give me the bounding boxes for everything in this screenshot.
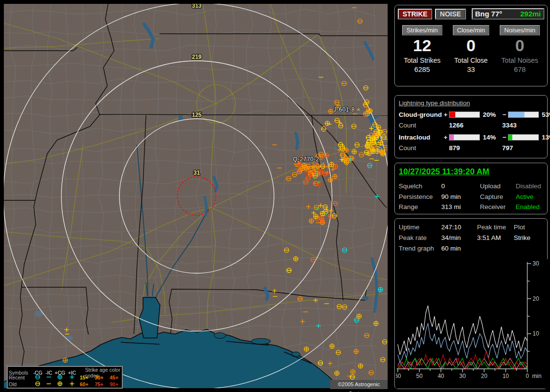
strike-symbol: [309, 219, 314, 223]
strike-symbol: [369, 141, 374, 146]
cg-pos-percent: 20%: [480, 111, 501, 118]
bearing-readout: Bng 77° 292mi: [472, 8, 544, 19]
strikes-per-min-button[interactable]: Strikes/min: [402, 25, 442, 35]
total-noises-value: 678: [495, 66, 544, 73]
age-code: 45+: [108, 375, 123, 380]
trend-y-tick-label: 20: [533, 295, 539, 302]
strike-symbol: [328, 178, 333, 182]
legend-row-recent: Recent15+30+45+: [8, 374, 122, 381]
strike-symbol: [304, 347, 308, 351]
strike-symbol: [380, 150, 384, 154]
upload-label: Upload: [480, 182, 516, 190]
trend-x-tick-label: 30: [459, 373, 466, 379]
trend-x-tick-label: 60: [396, 373, 401, 379]
strike-symbol: [365, 144, 369, 149]
strike-symbol: [370, 147, 374, 151]
rates-panel: STRIKE NOISE Bng 77° 292mi Strikes/min 1…: [394, 5, 548, 86]
age-code: 15+: [78, 375, 93, 380]
strike-symbol: [320, 211, 325, 215]
cg-pos-count: 1266: [449, 122, 502, 129]
upload-status: Disabled: [516, 182, 547, 190]
intracloud-label: Intracloud: [399, 134, 442, 141]
age-code: 60+: [78, 381, 93, 387]
strike-symbol: [319, 216, 324, 220]
noise-button[interactable]: NOISE: [435, 9, 466, 19]
uptime-label: Uptime: [399, 224, 441, 231]
noises-column: Noises/min 0 Total Noises 678: [495, 25, 544, 73]
legend-age-label: Recent: [9, 375, 32, 380]
strike-symbol: [293, 256, 298, 261]
plot-value: Strike: [514, 234, 547, 241]
capture-status: Active: [516, 193, 547, 200]
cg-neg-bar: [508, 112, 539, 118]
cg-neg-percent: 53%: [539, 111, 550, 118]
lightning-map-canvas[interactable]: 31125219313J-601-8Q-2770-2^`: [4, 4, 388, 388]
trend-y-tick-label: 10: [533, 330, 539, 337]
distribution-panel: Lightning type distribution Cloud-ground…: [394, 95, 548, 158]
noises-per-min-button[interactable]: Noises/min: [500, 25, 539, 35]
storm-cell-marker: ^: [357, 108, 360, 113]
cg-plus-sign: +: [442, 111, 449, 118]
strike-symbol: [63, 358, 67, 362]
strike-symbol: [375, 149, 379, 154]
bearing-value: Bng 77°: [475, 10, 502, 18]
cm-symbol-icon: [32, 381, 43, 388]
squelch-value: 0: [441, 182, 480, 190]
cg-minus-sign: −: [501, 111, 508, 118]
total-strikes-label: Total Strikes: [398, 56, 447, 64]
strike-symbol: [329, 109, 333, 113]
strike-symbol: [358, 364, 362, 368]
ic-pos-count: 879: [449, 144, 502, 152]
strike-symbol: [374, 321, 378, 325]
cp-symbol-icon: [54, 381, 66, 388]
range-value: 313 mi: [441, 203, 480, 210]
ic-neg-percent: 13%: [539, 134, 550, 141]
age-code: 30+: [93, 375, 108, 380]
storm-cell-label: Q-2770-2: [293, 156, 319, 163]
ic-minus-sign: −: [501, 134, 508, 141]
cg-pos-bar: [449, 112, 480, 118]
strike-button[interactable]: STRIKE: [398, 9, 432, 19]
persistence-label: Persistence: [399, 193, 441, 200]
strike-symbol: [316, 182, 320, 186]
ip-symbol-icon: [66, 381, 78, 388]
trend-x-tick-label: 20: [481, 373, 488, 379]
persistence-value: 90 min: [441, 193, 480, 200]
ic-count-label: Count: [399, 144, 449, 152]
range-ring-label-125: 125: [192, 112, 202, 118]
distance-value: 292mi: [520, 10, 541, 18]
ic-neg-count: 797: [502, 144, 550, 152]
total-strikes-value: 6285: [398, 66, 447, 73]
close-column: Close/min 0 Total Close 33: [447, 25, 495, 73]
total-close-label: Total Close: [447, 56, 495, 64]
uptime-value: 247:10: [441, 224, 477, 231]
im-symbol-icon: [43, 374, 54, 381]
close-per-min-value: 0: [447, 36, 495, 55]
ic-pos-percent: 14%: [480, 134, 501, 141]
im-symbol-icon: [43, 381, 54, 388]
strike-symbol: [352, 150, 356, 154]
ic-pos-bar: [449, 134, 480, 140]
trend-x-tick-label: 0: [526, 373, 529, 379]
ic-plus-sign: +: [442, 134, 449, 141]
strike-symbol: [333, 174, 337, 179]
strike-symbol: [376, 125, 381, 129]
strikes-per-min-value: 12: [398, 36, 447, 55]
strike-symbol: [378, 287, 382, 292]
range-ring-label-31: 31: [193, 169, 200, 176]
strike-symbol: [324, 153, 329, 157]
nexstorm-window: 31125219313J-601-8Q-2770-2^` Symbols -CG…: [0, 0, 550, 392]
strike-symbol: [340, 147, 345, 151]
trend-x-tick-label: 10: [503, 373, 509, 379]
receiver-status: Enabled: [516, 203, 547, 210]
peak-rate-value: 34/min: [441, 234, 477, 241]
close-per-min-button[interactable]: Close/min: [453, 25, 490, 35]
storm-cell-marker: `: [323, 162, 325, 168]
trend-x-tick-label: 50: [416, 373, 423, 379]
trend-panel: Uptime 247:10 Peak time Plot Peak rate 3…: [394, 218, 548, 389]
trend-y-tick-label: 30: [533, 260, 539, 267]
peak-time-value: 3:51 AM: [477, 234, 514, 241]
squelch-label: Squelch: [399, 182, 441, 190]
trend-bg: [396, 259, 548, 389]
cg-neg-count: 3343: [502, 122, 550, 129]
